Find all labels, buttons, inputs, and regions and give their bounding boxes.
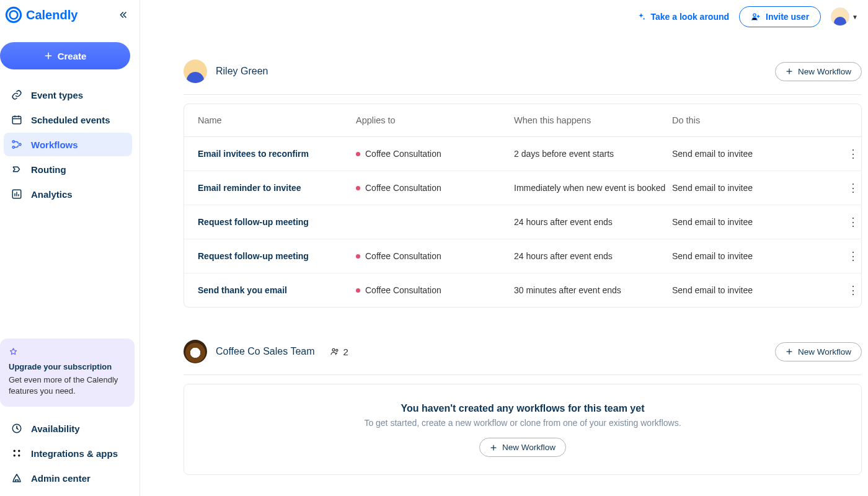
- cell-applies-to: Coffee Consultation: [356, 149, 514, 159]
- sidebar-item-scheduled-events[interactable]: Scheduled events: [4, 108, 132, 131]
- brand-name: Calendly: [26, 8, 78, 22]
- tour-label: Take a look around: [651, 12, 730, 22]
- cell-name: Email invitees to reconfirm: [198, 149, 356, 159]
- table-row[interactable]: Email reminder to invitee Coffee Consult…: [184, 171, 861, 205]
- table-row[interactable]: Email invitees to reconfirm Coffee Consu…: [184, 137, 861, 171]
- cell-do: Send email to invitee: [672, 285, 821, 295]
- new-workflow-button[interactable]: New Workflow: [775, 342, 862, 361]
- sidebar-item-event-types[interactable]: Event types: [4, 83, 132, 107]
- new-workflow-button[interactable]: New Workflow: [775, 62, 862, 81]
- sparkle-icon: [636, 12, 646, 22]
- cell-name: Send thank you email: [198, 285, 356, 295]
- row-actions-button[interactable]: ⋮: [821, 249, 858, 263]
- calendar-icon: [11, 114, 22, 125]
- avatar: [831, 7, 849, 26]
- owner: Coffee Co Sales Team 2: [184, 340, 348, 363]
- svg-point-3: [12, 141, 14, 143]
- invite-user-label: Invite user: [766, 12, 809, 22]
- take-a-look-around-link[interactable]: Take a look around: [636, 12, 730, 22]
- sidebar-item-label: Availability: [31, 423, 80, 434]
- dot-icon: [356, 254, 360, 259]
- owner-name: Coffee Co Sales Team: [216, 346, 315, 357]
- brand-logo[interactable]: Calendly: [5, 6, 78, 24]
- admin-icon: [11, 472, 22, 484]
- new-workflow-label: New Workflow: [502, 443, 556, 452]
- main-content: Take a look around Invite user ▼ Riley G…: [140, 0, 868, 496]
- sidebar-item-admin-center[interactable]: Admin center: [4, 466, 132, 490]
- col-do: Do this: [672, 115, 821, 125]
- row-actions-button[interactable]: ⋮: [821, 215, 858, 229]
- svg-point-0: [6, 7, 20, 22]
- svg-point-8: [14, 450, 16, 452]
- dot-icon: [356, 186, 360, 190]
- col-when: When this happens: [514, 115, 672, 125]
- chevron-down-icon: ▼: [852, 14, 858, 20]
- cell-name: Request follow-up meeting: [198, 217, 356, 227]
- table-row[interactable]: Request follow-up meeting 24 hours after…: [184, 205, 861, 239]
- cell-applies-to: Coffee Consultation: [356, 183, 514, 193]
- plus-icon: [44, 51, 53, 60]
- more-vertical-icon: ⋮: [848, 284, 858, 296]
- team-avatar: [184, 340, 207, 363]
- sidebar-item-routing[interactable]: Routing: [4, 157, 132, 181]
- svg-point-13: [332, 348, 335, 351]
- upgrade-title: Upgrade your subscription: [9, 361, 126, 373]
- topbar: Take a look around Invite user ▼: [140, 0, 868, 33]
- invite-user-button[interactable]: Invite user: [739, 6, 821, 27]
- sidebar-item-availability[interactable]: Availability: [4, 417, 132, 440]
- plus-icon: [786, 68, 793, 75]
- plus-icon: [490, 444, 497, 451]
- avatar: [184, 60, 207, 83]
- more-vertical-icon: ⋮: [848, 182, 858, 194]
- sidebar-item-integrations[interactable]: Integrations & apps: [4, 441, 132, 465]
- cell-do: Send email to invitee: [672, 217, 821, 227]
- owner-name: Riley Green: [216, 66, 268, 77]
- empty-subtitle: To get started, create a new workflow or…: [364, 418, 681, 428]
- svg-point-11: [18, 454, 20, 456]
- section-header-team: Coffee Co Sales Team 2 New Workflow: [184, 340, 862, 375]
- svg-point-9: [18, 450, 20, 452]
- create-button-label: Create: [58, 51, 87, 61]
- star-icon: [9, 347, 126, 356]
- account-menu[interactable]: ▼: [831, 7, 858, 26]
- row-actions-button[interactable]: ⋮: [821, 147, 858, 161]
- table-row[interactable]: Request follow-up meeting Coffee Consult…: [184, 239, 861, 273]
- empty-title: You haven't created any workflows for th…: [401, 403, 645, 414]
- cell-name: Email reminder to invitee: [198, 183, 356, 193]
- collapse-sidebar-button[interactable]: [116, 7, 131, 22]
- sidebar-item-label: Integrations & apps: [31, 448, 118, 459]
- section-header-user: Riley Green New Workflow: [184, 60, 862, 95]
- svg-point-5: [19, 143, 21, 145]
- svg-point-1: [10, 11, 18, 19]
- more-vertical-icon: ⋮: [848, 216, 858, 228]
- upgrade-card[interactable]: Upgrade your subscription Get even more …: [0, 339, 135, 407]
- routing-icon: [11, 164, 22, 175]
- cell-applies-to: Coffee Consultation: [356, 251, 514, 261]
- cell-do: Send email to invitee: [672, 149, 821, 159]
- sidebar-header: Calendly: [0, 0, 140, 30]
- table-row[interactable]: Send thank you email Coffee Consultation…: [184, 273, 861, 307]
- user-plus-icon: [751, 12, 761, 22]
- sidebar-item-label: Routing: [31, 164, 66, 175]
- secondary-nav: Availability Integrations & apps Admin c…: [0, 414, 140, 496]
- cell-do: Send email to invitee: [672, 251, 821, 261]
- dot-icon: [356, 288, 360, 293]
- row-actions-button[interactable]: ⋮: [821, 181, 858, 195]
- plus-icon: [786, 348, 793, 355]
- dot-icon: [356, 152, 360, 156]
- cell-when: 2 days before event starts: [514, 149, 672, 159]
- row-actions-button[interactable]: ⋮: [821, 283, 858, 297]
- create-button[interactable]: Create: [0, 42, 130, 69]
- workflow-icon: [11, 139, 22, 150]
- cell-when: 24 hours after event ends: [514, 217, 672, 227]
- chevrons-left-icon: [118, 10, 128, 20]
- sidebar-item-analytics[interactable]: Analytics: [4, 182, 132, 206]
- svg-point-4: [12, 146, 14, 148]
- more-vertical-icon: ⋮: [848, 148, 858, 160]
- member-count: 2: [330, 347, 348, 357]
- link-icon: [11, 89, 22, 100]
- svg-point-10: [14, 454, 16, 456]
- people-icon: [330, 347, 340, 356]
- sidebar-item-workflows[interactable]: Workflows: [4, 133, 132, 156]
- new-workflow-button[interactable]: New Workflow: [479, 438, 566, 457]
